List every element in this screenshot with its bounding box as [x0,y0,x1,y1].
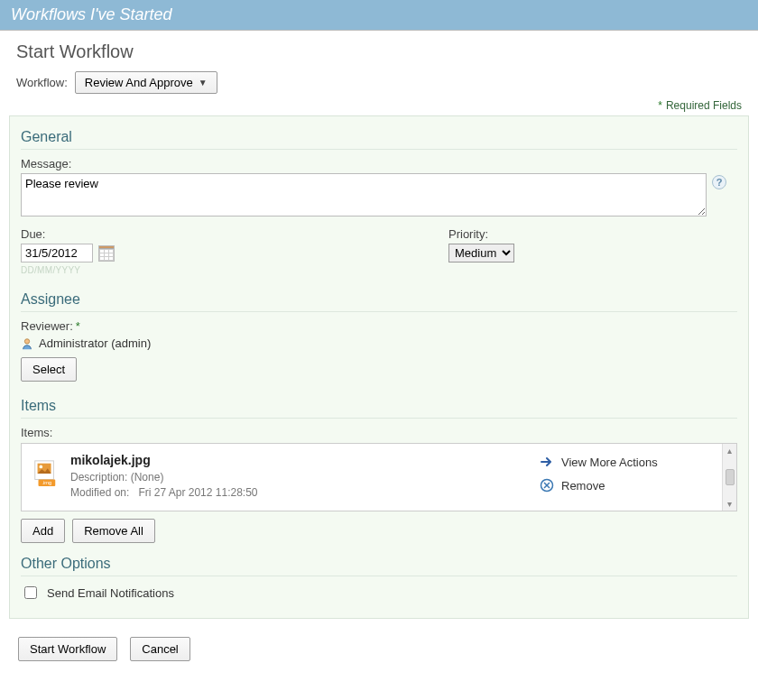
help-icon[interactable]: ? [712,175,726,189]
page-title: Start Workflow [0,31,758,71]
svg-point-0 [24,338,29,343]
items-list: .img mikolajek.jpg Description: (None) M… [21,443,737,511]
section-heading-other: Other Options [21,556,737,572]
form-panel: General Message: ? Due: DD/MM/YYYY Prior… [9,115,749,619]
file-modified-value: Fri 27 Apr 2012 11:28:50 [138,486,257,499]
scroll-up-icon[interactable]: ▴ [727,446,732,456]
banner-title: Workflows I've Started [0,0,758,31]
scroll-down-icon[interactable]: ▾ [727,499,732,509]
calendar-icon[interactable] [98,245,115,262]
select-reviewer-button[interactable]: Select [21,357,77,382]
reviewer-label: Reviewer:* [21,319,737,333]
svg-text:.img: .img [42,480,52,485]
section-heading-items: Items [21,398,737,414]
divider [21,418,737,419]
divider [21,576,737,576]
workflow-dropdown[interactable]: Review And Approve ▼ [75,71,217,94]
image-file-icon: .img [31,458,60,487]
user-icon [21,337,33,350]
view-more-actions-link[interactable]: View More Actions [540,455,720,469]
reviewer-value: Administrator (admin) [39,336,151,350]
remove-all-button[interactable]: Remove All [72,519,155,543]
required-asterisk-icon: * [658,99,662,112]
remove-item-link[interactable]: Remove [540,478,720,493]
items-label: Items: [21,426,737,439]
due-format-hint: DD/MM/YYYY [21,265,115,275]
file-modified-label: Modified on: [70,486,129,499]
section-heading-assignee: Assignee [21,291,737,308]
required-asterisk-icon: * [76,319,80,333]
start-workflow-button[interactable]: Start Workflow [18,637,117,661]
svg-point-3 [39,465,42,469]
chevron-down-icon: ▼ [199,78,208,88]
workflow-label: Workflow: [16,76,68,89]
file-description-value: (None) [131,471,164,484]
priority-label: Priority: [448,227,514,241]
file-name: mikolajek.jpg [70,453,540,467]
file-description-label: Description: [70,471,127,484]
send-email-label: Send Email Notifications [47,586,174,600]
due-input[interactable] [21,244,93,262]
section-heading-general: General [21,129,737,145]
remove-circle-icon [540,478,554,493]
list-item: mikolajek.jpg Description: (None) Modifi… [70,453,540,502]
scrollbar-thumb[interactable] [726,469,735,485]
scrollbar[interactable]: ▴ ▾ [722,444,736,511]
add-item-button[interactable]: Add [21,519,65,543]
message-textarea[interactable] [21,173,707,216]
cancel-button[interactable]: Cancel [130,637,190,661]
priority-select[interactable]: Medium [448,244,514,262]
required-fields-note: *Required Fields [0,99,758,115]
divider [21,149,737,150]
arrow-right-icon [540,455,554,469]
send-email-checkbox[interactable] [24,586,37,599]
message-label: Message: [21,157,737,170]
divider [21,311,737,312]
due-label: Due: [21,227,115,241]
workflow-dropdown-value: Review And Approve [85,76,193,89]
